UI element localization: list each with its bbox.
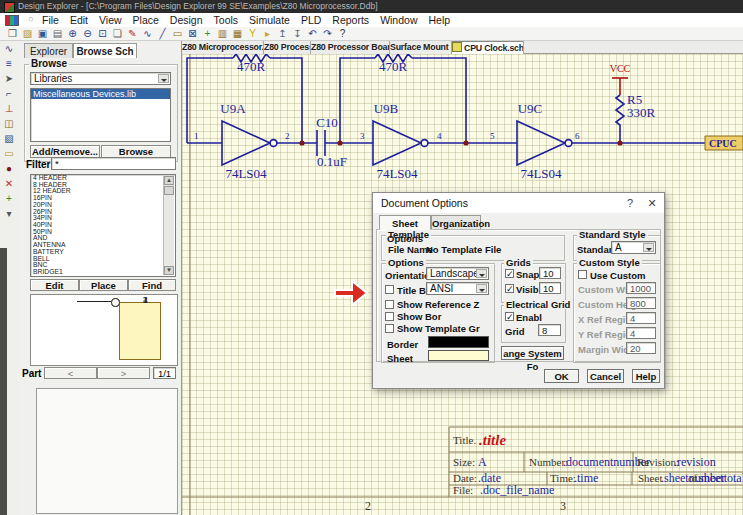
dialog-help-icon[interactable]: ? [620,193,640,213]
tab-organization[interactable]: Organization [431,215,481,230]
port-icon[interactable]: ▭ [0,146,18,161]
show-reference-checkbox[interactable] [385,300,394,309]
print-icon[interactable]: ▤ [50,27,65,40]
zoom-select-icon[interactable]: ⊠ [185,27,200,40]
visible-grid-checkbox[interactable] [505,284,514,293]
net-label-icon[interactable]: ⌐ [0,86,18,101]
library-list[interactable]: Miscellaneous Devices.lib [30,88,171,142]
title-block-checkbox[interactable] [385,285,394,294]
sheet-color-swatch[interactable] [428,350,489,361]
x-ref-region-input[interactable]: 4 [626,312,656,324]
menu-item[interactable]: File [42,13,59,27]
menu-item[interactable]: Help [428,13,450,27]
menu-item[interactable]: Tools [214,13,239,27]
edit-button[interactable]: Edit [30,279,79,291]
electrical-grid-enable-checkbox[interactable] [505,312,514,321]
component-list[interactable]: 4 HEADER8 HEADER12 HEADER16PIN20PIN26PIN… [30,174,176,277]
border-color-swatch[interactable] [428,336,489,348]
document-icon[interactable] [5,15,19,26]
component-list-scrollbar[interactable]: ▲ ▼ [163,176,174,275]
redline-icon[interactable]: ✎ [125,27,140,40]
tab-browse-sch[interactable]: Browse Sch [73,43,137,58]
help-button[interactable]: Help [632,369,660,383]
use-custom-checkbox[interactable] [578,270,587,279]
wiring-tool-icon[interactable]: ∿ [0,41,18,56]
sheet-up-icon[interactable]: ↥ [275,27,290,40]
power-port-icon[interactable]: ⊥ [0,101,18,116]
tab-sheet-options[interactable]: Sheet Options [379,215,431,230]
tab-cpu-clock[interactable]: CPU Clock.sch [452,41,524,54]
component-list-item[interactable]: BRIDGE1 [33,269,164,276]
scroll-down-icon[interactable]: ▼ [164,266,174,275]
zoom-in-icon[interactable]: ⊕ [65,27,80,40]
part-prev-button[interactable]: < [44,367,97,379]
title-block-dropdown[interactable]: ANSI [426,282,489,295]
open-icon[interactable]: ▨ [20,27,35,40]
menu-item[interactable]: View [99,13,122,27]
dialog-close-icon[interactable]: ✕ [642,193,662,213]
selection-rect-icon[interactable]: ▭ [170,27,185,40]
change-system-font-button[interactable]: ange System Fo [501,346,564,360]
cancel-button[interactable]: Cancel [587,369,624,383]
chevron-down-icon[interactable] [476,284,487,293]
sheet-symbol-icon[interactable]: ▧ [0,131,18,146]
zoom-out-icon[interactable]: ⊖ [80,27,95,40]
margin-width-input[interactable]: 20 [626,342,656,354]
show-border-checkbox[interactable] [385,312,394,321]
scroll-up-icon[interactable]: ▲ [164,176,174,185]
library-list-item[interactable]: Miscellaneous Devices.lib [31,89,170,99]
component-list-item[interactable]: 16PIN [33,195,164,202]
probe-icon[interactable]: + [0,191,18,206]
browse-type-dropdown[interactable]: Libraries [30,72,171,85]
paste-icon[interactable]: ❐ [5,27,20,40]
tab-explorer[interactable]: Explorer [24,43,73,58]
zoom-area-icon[interactable]: ⊡ [95,27,110,40]
port-cpuclk[interactable]: CPUC [705,136,743,150]
run-icon[interactable]: ▸ [260,27,275,40]
filter-input[interactable]: * [51,157,176,170]
menu-item[interactable]: Place [133,13,159,27]
find-button[interactable]: Find [128,279,176,291]
place-button[interactable]: Place [79,279,128,291]
y-ref-region-input[interactable]: 4 [626,327,656,339]
redo-icon[interactable]: ↷ [320,27,335,40]
help-icon[interactable]: ? [335,27,350,40]
visible-grid-input[interactable]: 10 [539,282,561,294]
part-next-button[interactable]: > [97,367,150,379]
chevron-down-icon[interactable] [643,243,654,252]
component-list-item[interactable]: 40PIN [33,222,164,229]
menu-item[interactable]: Design [170,13,203,27]
library-icon[interactable]: ▥ [215,27,230,40]
scroll-thumb[interactable] [164,186,174,195]
inverter-u9a[interactable] [222,121,277,165]
chevron-down-icon[interactable] [476,269,487,278]
junction-icon[interactable]: ● [0,161,18,176]
custom-width-input[interactable]: 1000 [626,282,656,294]
save-icon[interactable]: ▣ [35,27,50,40]
directive-icon[interactable]: ▾ [0,206,18,221]
documents-icon[interactable]: ❏ [110,27,125,40]
chevron-down-icon[interactable] [158,74,169,83]
no-erc-icon[interactable]: ✕ [0,176,18,191]
tab-surface-mount-revision[interactable]: Surface Mount Revision [390,41,452,54]
electrical-grid-input[interactable]: 8 [538,324,561,336]
line-tool-icon[interactable]: ╱ [155,27,170,40]
sheet-down-icon[interactable]: ↧ [290,27,305,40]
snap-grid-input[interactable]: 10 [539,267,561,279]
tab-z80-processor-board[interactable]: Z80 Processor Board.pcb [311,41,390,54]
inverter-u9c[interactable] [517,121,572,165]
component-list-item[interactable]: 20PIN [33,202,164,209]
component-list-item[interactable]: 26PIN [33,209,164,216]
undo-icon[interactable]: ↶ [305,27,320,40]
crosshair-icon[interactable]: + [200,27,215,40]
standard-dropdown[interactable]: A [611,241,656,254]
custom-height-input[interactable]: 800 [626,297,656,309]
snap-grid-checkbox[interactable] [505,269,514,278]
component-list-item[interactable]: 12 HEADER [33,188,164,195]
menu-item[interactable]: Simulate [249,13,290,27]
component-list-item[interactable]: 34PIN [33,215,164,222]
component-list-item[interactable]: BELL [33,256,164,263]
tab-z80-processor[interactable]: Z80 Processor [264,41,311,54]
part-icon[interactable]: ◫ [0,116,18,131]
menu-item[interactable]: Edit [70,13,88,27]
